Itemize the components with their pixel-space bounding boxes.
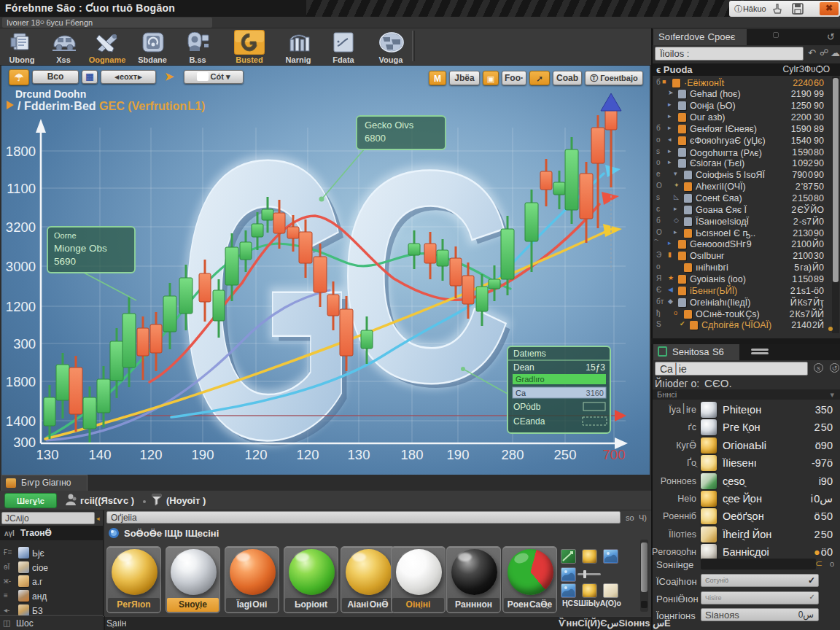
svg-text:Drcund Doohn: Drcund Doohn — [15, 88, 86, 100]
svg-text:/ Fdderim·Bed GEC (Verfrution: / Fdderim·Bed GEC (Verfrution L1) — [18, 100, 205, 112]
svg-text:120: 120 — [245, 447, 268, 462]
svg-text:6800: 6800 — [365, 133, 386, 144]
svg-text:3160: 3160 — [586, 389, 604, 397]
svg-text:CEanda: CEanda — [513, 416, 545, 427]
svg-text:180: 180 — [401, 447, 424, 462]
svg-text:130: 130 — [348, 447, 370, 462]
svg-text:Oorne: Oorne — [54, 231, 77, 240]
svg-text:120: 120 — [297, 447, 319, 462]
svg-text:300: 300 — [13, 336, 36, 351]
svg-text:3200: 3200 — [6, 219, 36, 235]
svg-text:700: 700 — [603, 447, 626, 462]
svg-text:Ca: Ca — [516, 389, 526, 397]
svg-text:Datıems: Datıems — [513, 349, 546, 359]
svg-text:3000: 3000 — [6, 259, 36, 274]
svg-text:15ƒ3: 15ƒ3 — [586, 362, 605, 373]
svg-text:Gradlıro: Gradlıro — [516, 375, 545, 384]
svg-text:1400: 1400 — [6, 413, 36, 429]
svg-text:5690: 5690 — [54, 256, 76, 267]
svg-text:250: 250 — [554, 447, 577, 462]
svg-text:140: 140 — [89, 447, 112, 462]
svg-text:190: 190 — [192, 447, 214, 462]
svg-text:120: 120 — [140, 447, 163, 462]
svg-text:130: 130 — [36, 447, 59, 462]
svg-text:Dean: Dean — [513, 362, 534, 373]
svg-text:OPȯdb: OPȯdb — [513, 402, 541, 412]
svg-text:190: 190 — [447, 447, 470, 462]
svg-text:1800: 1800 — [6, 374, 36, 389]
svg-text:280: 280 — [502, 447, 524, 462]
svg-text:1100: 1100 — [7, 181, 36, 196]
svg-text:1200: 1200 — [6, 299, 36, 314]
svg-text:Mionge Obs: Mionge Obs — [54, 243, 107, 254]
svg-text:1800: 1800 — [6, 144, 36, 159]
svg-text:300: 300 — [13, 435, 36, 450]
svg-text:Gecko Oivs: Gecko Oivs — [365, 120, 414, 131]
